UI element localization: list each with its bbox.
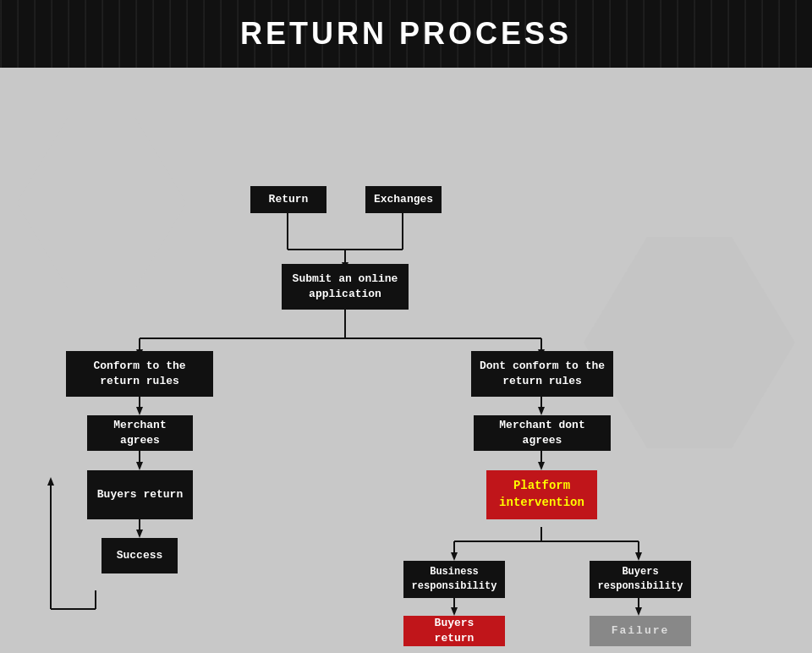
svg-marker-28 — [451, 552, 458, 561]
buyers-return-left-box: Buyers return — [87, 470, 193, 519]
merchant-dont-agrees-box: Merchant dont agrees — [474, 415, 611, 451]
buyers-return-right-box: Buyers return — [403, 616, 505, 646]
main-content: Return Exchanges Submit an online applic… — [0, 68, 812, 653]
header: RETURN PROCESS — [0, 0, 812, 68]
return-box: Return — [250, 186, 326, 213]
failure-box: Failure — [590, 616, 691, 646]
deco-left — [17, 118, 186, 288]
conform-box: Conform to the return rules — [66, 351, 213, 397]
svg-marker-20 — [47, 477, 54, 486]
svg-marker-14 — [136, 462, 143, 470]
svg-marker-32 — [451, 607, 458, 616]
svg-marker-22 — [538, 407, 545, 415]
buyers-responsibility-box: Buyers responsibility — [590, 561, 691, 598]
dont-conform-box: Dont conform to the return rules — [471, 351, 613, 397]
exchanges-box: Exchanges — [365, 186, 442, 213]
platform-intervention-box: Platform intervention — [486, 470, 597, 519]
page-title: RETURN PROCESS — [240, 16, 572, 52]
business-responsibility-box: Business responsibility — [403, 561, 505, 598]
success-box: Success — [102, 538, 178, 573]
svg-marker-30 — [635, 552, 642, 561]
merchant-agrees-box: Merchant agrees — [87, 415, 193, 451]
svg-marker-24 — [538, 462, 545, 470]
svg-marker-16 — [136, 530, 143, 538]
deco-right — [584, 237, 795, 448]
svg-marker-34 — [635, 607, 642, 616]
submit-box: Submit an online application — [282, 264, 409, 310]
svg-marker-12 — [136, 407, 143, 415]
